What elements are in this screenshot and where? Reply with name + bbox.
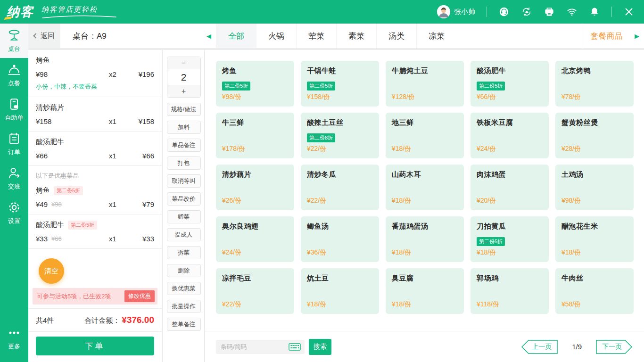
cart-item[interactable]: 清炒藕片¥158x1¥158 bbox=[28, 97, 162, 132]
action-button-10[interactable]: 换优惠菜 bbox=[167, 282, 201, 295]
menu-item-card[interactable]: 肉沫鸡蛋¥20/份 bbox=[471, 165, 549, 210]
menu-item-price: ¥18/份 bbox=[392, 300, 411, 309]
action-button-8[interactable]: 拆菜 bbox=[167, 246, 201, 259]
printer-icon[interactable] bbox=[544, 6, 555, 17]
menu-item-price: ¥98/份 bbox=[561, 197, 581, 205]
next-page-button[interactable]: 下一页 bbox=[595, 339, 634, 355]
menu-item-name: 清炒冬瓜 bbox=[307, 170, 373, 179]
support-icon[interactable] bbox=[498, 6, 510, 17]
category-tab-4[interactable]: 汤类 bbox=[376, 24, 416, 48]
action-button-9[interactable]: 删除 bbox=[167, 264, 201, 277]
menu-item-card[interactable]: 清炒冬瓜¥22/份 bbox=[301, 165, 379, 210]
menu-item-price: ¥22/份 bbox=[307, 145, 326, 153]
sync-icon[interactable] bbox=[521, 6, 532, 17]
cart-item-name: 酸汤肥牛 bbox=[36, 138, 154, 147]
menu-item-card[interactable]: 地三鲜¥18/份 bbox=[386, 113, 464, 158]
category-tab-3[interactable]: 素菜 bbox=[336, 24, 376, 48]
cart-list: 烤鱼¥98x2¥196小份，中辣，不要香菜清炒藕片¥158x1¥158酸汤肥牛¥… bbox=[28, 50, 162, 288]
menu-item-card[interactable]: 醋泡花生米¥18/份 bbox=[555, 216, 634, 262]
sidebar-nav: 桌台点餐自助单订单交班设置更多 bbox=[0, 24, 28, 362]
edit-promo-button[interactable]: 修改优惠 bbox=[124, 290, 155, 302]
action-button-3[interactable]: 打包 bbox=[167, 156, 201, 170]
menu-item-card[interactable]: 臭豆腐¥18/份 bbox=[386, 268, 464, 314]
bell-icon[interactable] bbox=[589, 6, 600, 17]
menu-item-card[interactable]: 干锅牛蛙第二份5折¥158/份 bbox=[301, 61, 379, 107]
sidebar-item-more[interactable]: 更多 bbox=[0, 321, 28, 355]
category-tab-1[interactable]: 火锅 bbox=[256, 24, 296, 48]
shift-icon bbox=[7, 166, 21, 180]
action-button-11[interactable]: 批量操作 bbox=[167, 300, 201, 313]
total-amount: ¥376.00 bbox=[122, 315, 154, 325]
wifi-icon[interactable] bbox=[566, 6, 578, 17]
menu-item-card[interactable]: 牛肉丝¥58/份 bbox=[555, 268, 634, 314]
keyboard-icon[interactable] bbox=[289, 343, 301, 351]
menu-item-card[interactable]: 蟹黄粉丝煲¥28/份 bbox=[555, 113, 634, 158]
qty-plus-button[interactable]: + bbox=[167, 85, 200, 97]
action-button-2[interactable]: 单品备注 bbox=[167, 139, 201, 152]
back-button[interactable]: 返回 bbox=[28, 24, 60, 48]
action-panel: − 2 + 规格/做法加料单品备注打包取消等叫菜品改价赠菜提成人拆菜删除换优惠菜… bbox=[163, 50, 205, 362]
close-icon[interactable] bbox=[623, 6, 635, 17]
barcode-input[interactable] bbox=[221, 343, 289, 350]
category-tab-0[interactable]: 全部 bbox=[216, 24, 256, 48]
prev-page-button[interactable]: 上一页 bbox=[520, 339, 559, 355]
menu-item-card[interactable]: 鲫鱼汤¥36/份 bbox=[301, 216, 379, 262]
menu-item-name: 土鸡汤 bbox=[561, 170, 627, 179]
cart-item-discount[interactable]: 烤鱼第二份5折¥49¥98x1¥79 bbox=[28, 180, 162, 214]
menu-item-name: 鲫鱼汤 bbox=[307, 222, 373, 231]
menu-item-name: 肉沫鸡蛋 bbox=[477, 170, 543, 179]
menu-item-price: ¥22/份 bbox=[307, 197, 326, 205]
action-button-5[interactable]: 菜品改价 bbox=[167, 192, 201, 206]
place-order-button[interactable]: 下单 bbox=[36, 337, 154, 355]
menu-item-card[interactable]: 牛腩炖土豆¥128/份 bbox=[386, 61, 464, 107]
qty-minus-button[interactable]: − bbox=[167, 57, 200, 69]
menu-item-card[interactable]: 清炒藕片¥26/份 bbox=[216, 165, 294, 210]
menu-item-name: 刀拍黄瓜 bbox=[477, 222, 543, 231]
menu-item-price: ¥66/份 bbox=[477, 93, 496, 101]
dish-icon bbox=[7, 63, 21, 77]
action-button-1[interactable]: 加料 bbox=[167, 121, 201, 134]
menu-item-card[interactable]: 酸辣土豆丝第二份8折¥22/份 bbox=[301, 113, 379, 158]
sidebar-item-order-food[interactable]: 点餐 bbox=[0, 58, 28, 92]
menu-item-card[interactable]: 山药木耳¥18/份 bbox=[386, 165, 464, 210]
menu-item-card[interactable]: 凉拌毛豆¥22/份 bbox=[216, 268, 294, 314]
action-button-4[interactable]: 取消等叫 bbox=[167, 174, 201, 188]
sidebar-item-orders[interactable]: 订单 bbox=[0, 127, 28, 161]
action-button-12[interactable]: 整单备注 bbox=[167, 318, 201, 331]
category-tab-5[interactable]: 凉菜 bbox=[416, 24, 456, 48]
user-chip[interactable]: 张小帅 bbox=[437, 5, 475, 18]
menu-item-card[interactable]: 番茄鸡蛋汤¥18/份 bbox=[386, 216, 464, 262]
tab-scroll-left-icon[interactable]: ◀ bbox=[202, 24, 216, 48]
menu-item-card[interactable]: 牛三鲜¥178/份 bbox=[216, 113, 294, 158]
menu-item-card[interactable]: 刀拍黄瓜第二份5折¥18/份 bbox=[471, 216, 549, 262]
menu-item-card[interactable]: 北京烤鸭¥78/份 bbox=[555, 61, 634, 107]
menu-item-card[interactable]: 炕土豆¥18/份 bbox=[301, 268, 379, 314]
discount-section-label: 以下是优惠菜品 bbox=[28, 166, 162, 180]
sidebar-item-shift[interactable]: 交班 bbox=[0, 161, 28, 196]
menu-item-card[interactable]: 烤鱼第二份5折¥98/份 bbox=[216, 61, 294, 107]
cart-item-discount[interactable]: 酸汤肥牛第二份5折¥33¥66x1¥33 bbox=[28, 214, 162, 249]
category-tab-2[interactable]: 荤菜 bbox=[296, 24, 336, 48]
topbar: 纳客 纳客管店更轻松 张小帅 bbox=[0, 0, 644, 24]
cart-item[interactable]: 烤鱼¥98x2¥196小份，中辣，不要香菜 bbox=[28, 50, 162, 97]
sidebar-item-settings[interactable]: 设置 bbox=[0, 196, 28, 230]
combo-products-tab[interactable]: 套餐商品 bbox=[583, 24, 630, 48]
menu-item-card[interactable]: 郭场鸡¥118/份 bbox=[471, 268, 549, 314]
menu-item-card[interactable]: 酸汤肥牛第二份5折¥66/份 bbox=[471, 61, 549, 107]
search-button[interactable]: 搜索 bbox=[309, 339, 331, 355]
menu-item-card[interactable]: 奥尔良鸡翅¥24/份 bbox=[216, 216, 294, 262]
menu-item-card[interactable]: 土鸡汤¥98/份 bbox=[555, 165, 634, 210]
tab-scroll-right-icon[interactable]: ▶ bbox=[630, 24, 644, 48]
total-label: 合计金额： bbox=[84, 316, 120, 325]
action-button-7[interactable]: 提成人 bbox=[167, 228, 201, 241]
menu-item-discount-badge: 第二份8折 bbox=[307, 133, 335, 142]
sidebar-item-self-order[interactable]: 自助单 bbox=[0, 92, 28, 127]
menu-item-price: ¥20/份 bbox=[477, 197, 496, 205]
cart-item[interactable]: 酸汤肥牛¥66x1¥66 bbox=[28, 132, 162, 166]
menu-item-card[interactable]: 铁板米豆腐¥24/份 bbox=[471, 113, 549, 158]
action-button-0[interactable]: 规格/做法 bbox=[167, 103, 201, 116]
sidebar-item-table[interactable]: 桌台 bbox=[0, 24, 28, 58]
clear-cart-button[interactable]: 清空 bbox=[39, 258, 64, 284]
action-button-6[interactable]: 赠菜 bbox=[167, 210, 201, 223]
menu-item-price: ¥24/份 bbox=[222, 248, 241, 257]
